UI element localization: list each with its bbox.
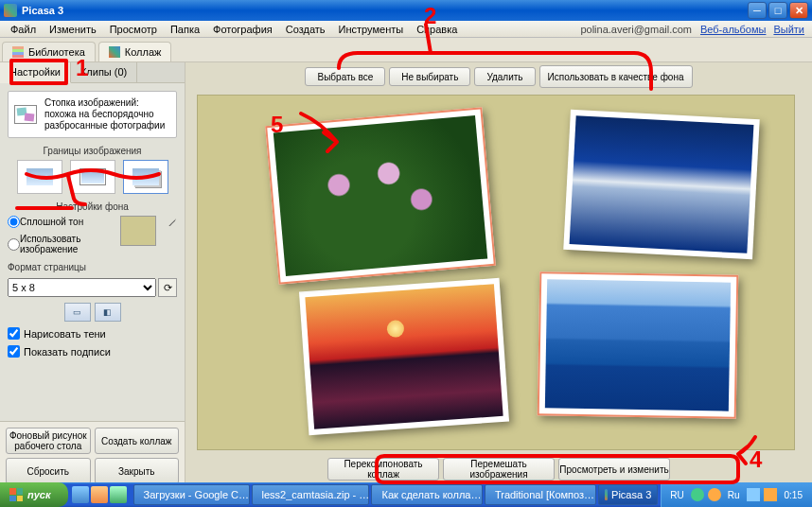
fit-button[interactable]: ◧ [95,303,121,322]
window-title: Picasa 3 [22,5,748,16]
task-downloads[interactable]: Загрузки - Google C… [133,484,250,505]
tab-library[interactable]: Библиотека [2,42,96,61]
collage-stage[interactable] [197,95,795,450]
orientation-button[interactable]: ⟳ [158,278,177,297]
menu-create[interactable]: Создать [279,22,332,37]
web-albums-link[interactable]: Веб-альбомы [697,24,769,35]
zoom-button[interactable]: ▭ [64,303,91,322]
menu-help[interactable]: Справка [410,22,464,37]
use-as-bg-button[interactable]: Использовать в качестве фона [539,65,693,88]
tray-shield-icon[interactable] [691,488,704,501]
shuffle-button[interactable]: Перемешать изображения [443,458,555,481]
border-white[interactable] [70,160,115,194]
select-all-button[interactable]: Выбрать все [305,67,385,86]
sidebar: Настройки Клипы (0) Стопка изображений: … [0,62,185,490]
wallpaper-button[interactable]: Фоновый рисунок рабочего стола [6,428,91,454]
menu-view[interactable]: Просмотр [103,22,164,37]
windows-icon [9,488,23,501]
ql-player-icon[interactable] [91,486,108,503]
logout-link[interactable]: Выйти [769,24,808,35]
close-collage-button[interactable]: Закрыть [95,458,180,484]
tab-collage-label: Коллаж [125,46,162,58]
preview-button[interactable]: Просмотреть и изменить [558,458,670,481]
menu-folder[interactable]: Папка [164,22,206,37]
background-label: Настройки фона [8,201,177,212]
clock: 0:15 [781,490,806,500]
lang-indicator-2[interactable]: Ru [725,490,743,500]
page-format-select[interactable]: 5 x 8 [8,278,156,297]
menubar: Файл Изменить Просмотр Папка Фотография … [0,21,812,38]
lang-indicator[interactable]: RU [667,490,686,500]
menu-tools[interactable]: Инструменты [332,22,411,37]
border-polaroid[interactable] [123,160,168,194]
layout-description: Стопка изображений: похожа на беспорядоч… [44,97,170,131]
tab-collage[interactable]: Коллаж [98,42,172,61]
task-traditional[interactable]: Traditional [Композ… [485,484,596,505]
picasa-icon [605,489,609,500]
app-icon [4,4,17,17]
photo-mountains[interactable] [538,271,739,419]
recompose-button[interactable]: Перекомпоновать коллаж [327,458,439,481]
canvas-area: Выбрать все Не выбирать Удалить Использо… [185,62,812,490]
photo-sunset[interactable] [299,278,509,435]
collage-icon [109,46,120,58]
start-button[interactable]: пуск [0,482,68,507]
tab-library-label: Библиотека [28,46,85,58]
menu-photo[interactable]: Фотография [206,22,279,37]
photo-forest[interactable] [563,110,759,259]
select-none-button[interactable]: Не выбирать [389,67,470,86]
tray-volume-icon[interactable] [747,488,760,501]
create-collage-button[interactable]: Создать коллаж [95,428,180,454]
border-none[interactable] [17,160,62,194]
minimize-button[interactable]: ─ [748,2,767,19]
stack-layout-icon [14,105,37,124]
captions-checkbox[interactable]: Показать подписи [8,345,177,358]
reset-button[interactable]: Сбросить [6,458,91,484]
tray-alert-icon[interactable] [708,488,721,501]
taskbar: пуск Загрузки - Google C… less2_camtasia… [0,482,812,507]
menu-file[interactable]: Файл [4,22,43,37]
bg-image-radio[interactable]: Использовать изображение [8,234,107,254]
delete-button[interactable]: Удалить [474,67,535,86]
side-tab-clips[interactable]: Клипы (0) [71,62,137,82]
task-camtasia[interactable]: less2_camtasia.zip - … [252,484,370,505]
menu-edit[interactable]: Изменить [43,22,103,37]
bg-solid-radio[interactable]: Сплошной тон [8,216,107,228]
page-format-label: Формат страницы [8,262,177,272]
layout-selector[interactable]: Стопка изображений: похожа на беспорядоч… [8,91,177,138]
maximize-button[interactable]: □ [768,2,787,19]
eyedropper-icon[interactable] [168,216,177,229]
close-button[interactable]: ✕ [789,2,808,19]
library-icon [12,46,24,58]
bg-color-swatch[interactable] [120,216,156,246]
shadows-checkbox[interactable]: Нарисовать тени [8,327,177,340]
ql-app-icon[interactable] [110,486,127,503]
tray-network-icon[interactable] [764,488,777,501]
account-email: polina.averi@gmail.com [575,24,697,35]
ql-desktop-icon[interactable] [72,486,89,503]
photo-flowers[interactable] [265,107,496,284]
task-howto[interactable]: Как сделать колла… [371,484,482,505]
side-tab-settings[interactable]: Настройки [0,62,71,83]
task-picasa[interactable]: Picasa 3 [598,484,659,505]
borders-label: Границы изображения [8,146,177,156]
